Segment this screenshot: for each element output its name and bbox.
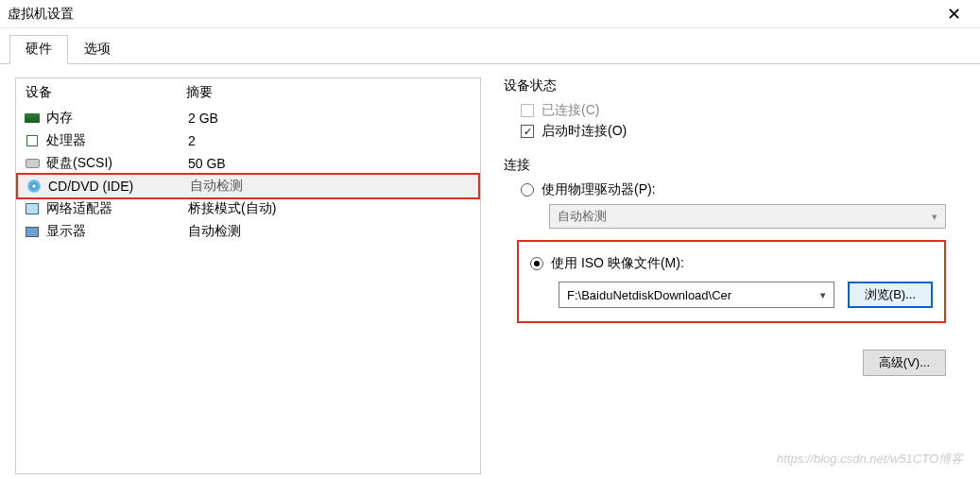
physical-drive-label: 使用物理驱动器(P): [542, 181, 656, 198]
connected-label: 已连接(C) [542, 102, 599, 119]
chevron-down-icon[interactable]: ▾ [820, 289, 826, 301]
device-summary: 2 [188, 133, 196, 148]
device-list: 内存 2 GB 处理器 2 硬盘(SCSI) 50 GB CD/DVD (IDE… [16, 107, 480, 243]
connect-at-poweron-label: 启动时连接(O) [542, 123, 627, 140]
content: 设备 摘要 内存 2 GB 处理器 2 硬盘(SCSI) 50 GB CD/DV… [0, 64, 980, 479]
iso-path-combo[interactable]: F:\BaiduNetdiskDownload\Cer ▾ [559, 282, 834, 308]
iso-group-highlight: 使用 ISO 映像文件(M): F:\BaiduNetdiskDownload\… [517, 240, 946, 323]
device-summary: 自动检测 [188, 223, 241, 240]
device-name: 处理器 [46, 132, 188, 149]
window-title: 虚拟机设置 [8, 6, 935, 23]
physical-drive-radio[interactable] [521, 183, 534, 197]
memory-icon [24, 111, 41, 126]
device-row-memory[interactable]: 内存 2 GB [16, 107, 480, 129]
device-status-group: 设备状态 已连接(C) 启动时连接(O) [504, 77, 946, 140]
tab-hardware[interactable]: 硬件 [9, 35, 68, 64]
device-name: CD/DVD (IDE) [48, 179, 190, 194]
header-device: 设备 [26, 84, 186, 101]
connect-at-poweron-checkbox[interactable] [521, 125, 534, 138]
iso-radio[interactable] [530, 257, 543, 270]
device-summary: 桥接模式(自动) [188, 200, 276, 217]
detail-panel: 设备状态 已连接(C) 启动时连接(O) 连接 使用物理驱动器(P): [504, 77, 965, 474]
device-row-hdd[interactable]: 硬盘(SCSI) 50 GB [16, 152, 480, 175]
device-name: 网络适配器 [46, 200, 188, 217]
network-icon [24, 201, 41, 216]
iso-file-row: F:\BaiduNetdiskDownload\Cer ▾ 浏览(B)... [559, 282, 933, 308]
device-summary: 自动检测 [190, 178, 243, 195]
device-name: 显示器 [46, 223, 188, 240]
cd-icon [26, 179, 43, 194]
physical-drive-combo: 自动检测 ▾ [549, 204, 946, 229]
physical-drive-row[interactable]: 使用物理驱动器(P): [521, 181, 946, 198]
device-row-cpu[interactable]: 处理器 2 [16, 129, 480, 152]
device-summary: 2 GB [188, 111, 218, 126]
display-icon [24, 224, 41, 239]
device-status-title: 设备状态 [504, 77, 946, 94]
chevron-down-icon: ▾ [932, 211, 937, 223]
advanced-row: 高级(V)... [504, 350, 946, 376]
device-name: 内存 [46, 110, 188, 127]
iso-path-value: F:\BaiduNetdiskDownload\Cer [567, 288, 731, 302]
tabs: 硬件 选项 [0, 28, 980, 64]
iso-label: 使用 ISO 映像文件(M): [551, 255, 684, 272]
titlebar: 虚拟机设置 ✕ [0, 0, 980, 28]
device-row-display[interactable]: 显示器 自动检测 [16, 220, 480, 243]
connected-row: 已连接(C) [521, 102, 946, 119]
header-summary: 摘要 [186, 84, 213, 101]
close-icon[interactable]: ✕ [935, 3, 972, 26]
device-table-header: 设备 摘要 [16, 78, 480, 107]
device-row-cddvd[interactable]: CD/DVD (IDE) 自动检测 [16, 173, 480, 199]
tab-options[interactable]: 选项 [68, 35, 127, 64]
advanced-button[interactable]: 高级(V)... [863, 350, 946, 376]
connected-checkbox [521, 104, 534, 117]
device-name: 硬盘(SCSI) [46, 155, 188, 172]
cpu-icon [24, 133, 41, 148]
device-row-network[interactable]: 网络适配器 桥接模式(自动) [16, 197, 480, 220]
physical-drive-combo-value: 自动检测 [558, 208, 607, 225]
connection-title: 连接 [504, 157, 946, 174]
hdd-icon [24, 156, 41, 171]
iso-row[interactable]: 使用 ISO 映像文件(M): [530, 255, 933, 272]
browse-button[interactable]: 浏览(B)... [848, 282, 933, 308]
connect-at-poweron-row[interactable]: 启动时连接(O) [521, 123, 946, 140]
device-summary: 50 GB [188, 156, 226, 171]
device-panel: 设备 摘要 内存 2 GB 处理器 2 硬盘(SCSI) 50 GB CD/DV… [15, 77, 481, 474]
connection-group: 连接 使用物理驱动器(P): 自动检测 ▾ 使用 ISO 映像文件(M): [504, 157, 946, 323]
